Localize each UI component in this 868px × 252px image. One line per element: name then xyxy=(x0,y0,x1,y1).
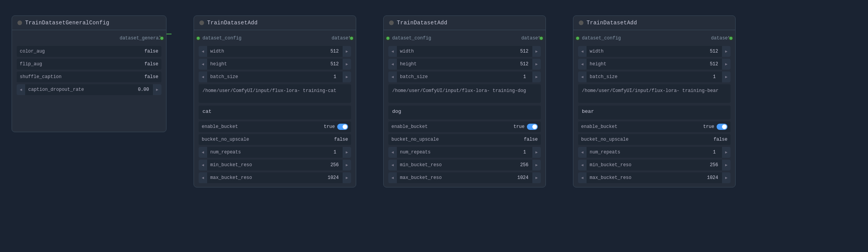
nodes-wrapper: TrainDatasetGeneralConfig dataset_genera… xyxy=(4,8,864,195)
height-label-3: height xyxy=(587,61,706,67)
min-bucket-increment-2[interactable]: ▶ xyxy=(532,160,541,170)
path-3[interactable]: /home/user/ComfyUI/input/flux-lora- trai… xyxy=(578,84,731,103)
num-repeats-decrement-3[interactable]: ◀ xyxy=(578,147,587,158)
enable-bucket-toggle-group-3: true xyxy=(703,124,727,130)
batch-size-value-3: 1 xyxy=(707,74,722,80)
batch-size-increment-1[interactable]: ▶ xyxy=(343,72,351,82)
batch-size-decrement-3[interactable]: ◀ xyxy=(578,72,587,82)
socket-right-general[interactable] xyxy=(160,36,164,41)
node-general: TrainDatasetGeneralConfig dataset_genera… xyxy=(12,15,166,132)
node-add-2-header: TrainDatasetAdd xyxy=(384,16,546,30)
max-bucket-increment-1[interactable]: ▶ xyxy=(343,172,351,183)
num-repeats-increment-1[interactable]: ▶ xyxy=(343,147,351,158)
socket-right-add-1[interactable] xyxy=(349,36,354,41)
min-bucket-label-1: min_bucket_reso xyxy=(207,162,326,168)
num-repeats-decrement-2[interactable]: ◀ xyxy=(388,147,397,158)
socket-left-add-2[interactable] xyxy=(386,36,390,41)
width-increment-3[interactable]: ▶ xyxy=(722,46,731,57)
socket-left-add-3[interactable] xyxy=(575,36,580,41)
min-bucket-increment-1[interactable]: ▶ xyxy=(343,160,351,170)
max-bucket-decrement-1[interactable]: ◀ xyxy=(199,172,207,183)
height-value-3: 512 xyxy=(706,61,722,67)
canvas: TrainDatasetGeneralConfig dataset_genera… xyxy=(0,0,868,252)
num-repeats-value-2: 1 xyxy=(517,150,532,155)
socket-right-add-3[interactable] xyxy=(729,36,733,41)
num-repeats-row-2: ◀ num_repeats 1 ▶ xyxy=(388,147,541,158)
color-aug-value: false xyxy=(144,49,158,54)
height-increment-1[interactable]: ▶ xyxy=(343,59,351,70)
max-bucket-increment-3[interactable]: ▶ xyxy=(722,172,731,183)
enable-bucket-toggle-group-2: true xyxy=(513,124,538,130)
height-decrement-1[interactable]: ◀ xyxy=(199,59,207,70)
bucket-no-upscale-label-1: bucket_no_upscale xyxy=(202,137,249,142)
min-bucket-row-1: ◀ min_bucket_reso 256 ▶ xyxy=(199,160,351,170)
bucket-no-upscale-label-3: bucket_no_upscale xyxy=(581,137,628,142)
socket-right-add-2[interactable] xyxy=(539,36,544,41)
width-label-1: width xyxy=(207,49,326,54)
path-2[interactable]: /home/user/ComfyUI/input/flux-lora- trai… xyxy=(388,84,541,103)
enable-bucket-val-2: true xyxy=(513,124,525,129)
node-add-2-title: TrainDatasetAdd xyxy=(397,20,448,26)
max-bucket-decrement-3[interactable]: ◀ xyxy=(578,172,587,183)
num-repeats-label-1: num_repeats xyxy=(207,150,327,155)
width-decrement-2[interactable]: ◀ xyxy=(388,46,397,57)
width-increment-2[interactable]: ▶ xyxy=(532,46,541,57)
bucket-no-upscale-val-3: false xyxy=(714,137,727,142)
caption-1[interactable]: cat xyxy=(199,106,351,119)
node-add-1-body: dataset_config dataset ◀ width 512 ▶ ◀ h… xyxy=(194,30,356,187)
height-decrement-2[interactable]: ◀ xyxy=(388,59,397,70)
height-value-2: 512 xyxy=(516,61,532,67)
batch-size-increment-2[interactable]: ▶ xyxy=(532,72,541,82)
socket-left-add-1[interactable] xyxy=(196,36,201,41)
node-add-1-status-dot xyxy=(199,20,204,25)
node-add-2: TrainDatasetAdd dataset_config dataset ◀… xyxy=(383,15,546,187)
enable-bucket-switch-3[interactable] xyxy=(717,124,727,130)
min-bucket-value-2: 256 xyxy=(516,162,532,168)
max-bucket-label-3: max_bucket_reso xyxy=(587,175,703,180)
enable-bucket-switch-1[interactable] xyxy=(337,124,348,130)
enable-bucket-label-3: enable_bucket xyxy=(581,124,618,129)
caption-dropout-decrement[interactable]: ◀ xyxy=(17,84,25,95)
min-bucket-decrement-1[interactable]: ◀ xyxy=(199,160,207,170)
node-add-1-title: TrainDatasetAdd xyxy=(207,20,258,26)
min-bucket-row-3: ◀ min_bucket_reso 256 ▶ xyxy=(578,160,731,170)
num-repeats-row-3: ◀ num_repeats 1 ▶ xyxy=(578,147,731,158)
input-port-label-add-2: dataset_config xyxy=(388,36,431,41)
num-repeats-increment-3[interactable]: ▶ xyxy=(722,147,731,158)
height-increment-3[interactable]: ▶ xyxy=(722,59,731,70)
num-repeats-decrement-1[interactable]: ◀ xyxy=(199,147,207,158)
max-bucket-decrement-2[interactable]: ◀ xyxy=(388,172,397,183)
enable-bucket-val-1: true xyxy=(324,124,335,129)
min-bucket-increment-3[interactable]: ▶ xyxy=(722,160,731,170)
ports-add-2: dataset_config dataset xyxy=(388,34,541,43)
height-decrement-3[interactable]: ◀ xyxy=(578,59,587,70)
width-decrement-3[interactable]: ◀ xyxy=(578,46,587,57)
num-repeats-increment-2[interactable]: ▶ xyxy=(532,147,541,158)
min-bucket-decrement-2[interactable]: ◀ xyxy=(388,160,397,170)
flip-aug-row: flip_aug false xyxy=(17,59,161,70)
batch-size-decrement-1[interactable]: ◀ xyxy=(199,72,207,82)
caption-3[interactable]: bear xyxy=(578,106,731,119)
flip-aug-label: flip_aug xyxy=(20,61,42,67)
node-add-3-body: dataset_config dataset ◀ width 512 ▶ ◀ h… xyxy=(573,30,735,187)
num-repeats-value-1: 1 xyxy=(327,150,343,155)
max-bucket-row-1: ◀ max_bucket_reso 1024 ▶ xyxy=(199,172,351,183)
color-aug-row: color_aug false xyxy=(17,46,161,57)
path-1[interactable]: /home/user/ComfyUI/input/flux-lora- trai… xyxy=(199,84,351,103)
batch-size-increment-3[interactable]: ▶ xyxy=(722,72,731,82)
height-row-3: ◀ height 512 ▶ xyxy=(578,59,731,70)
max-bucket-value-1: 1024 xyxy=(324,175,343,180)
width-decrement-1[interactable]: ◀ xyxy=(199,46,207,57)
batch-size-decrement-2[interactable]: ◀ xyxy=(388,72,397,82)
caption-2[interactable]: dog xyxy=(388,106,541,119)
caption-dropout-increment[interactable]: ▶ xyxy=(153,84,161,95)
width-increment-1[interactable]: ▶ xyxy=(343,46,351,57)
node-general-title: TrainDatasetGeneralConfig xyxy=(25,20,110,26)
max-bucket-increment-2[interactable]: ▶ xyxy=(532,172,541,183)
num-repeats-value-3: 1 xyxy=(707,150,722,155)
enable-bucket-switch-2[interactable] xyxy=(527,124,538,130)
height-increment-2[interactable]: ▶ xyxy=(532,59,541,70)
bucket-no-upscale-row-1: bucket_no_upscale false xyxy=(199,134,351,145)
max-bucket-row-2: ◀ max_bucket_reso 1024 ▶ xyxy=(388,172,541,183)
min-bucket-decrement-3[interactable]: ◀ xyxy=(578,160,587,170)
